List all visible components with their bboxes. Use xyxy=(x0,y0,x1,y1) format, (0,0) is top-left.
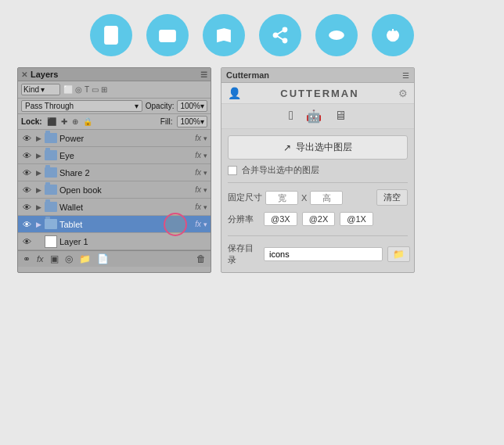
filter-type-icon[interactable]: T xyxy=(85,85,89,94)
tablet-icon-btn[interactable] xyxy=(90,14,132,56)
layer-expand-layer1[interactable]: ▶ xyxy=(34,238,42,246)
blend-mode-dropdown[interactable]: Pass Through ▾ xyxy=(21,100,142,112)
layer-expand-power[interactable]: ▶ xyxy=(34,135,42,142)
android-icon[interactable]: 🤖 xyxy=(306,109,322,124)
lock-all-icon[interactable]: 🔒 xyxy=(83,117,92,126)
layer-eye-tablet[interactable]: 👁 xyxy=(21,220,32,229)
layer-eye-wallet[interactable]: 👁 xyxy=(21,203,32,212)
layer-arrow-openbook[interactable]: ▾ xyxy=(203,186,207,194)
svg-rect-3 xyxy=(171,35,175,38)
kind-arrow: ▾ xyxy=(41,85,45,94)
create-mask-icon[interactable]: ◎ xyxy=(65,253,73,264)
layer-eye-layer1[interactable]: 👁 xyxy=(21,237,32,246)
layers-lock-row: Lock: ⬛ ✚ ⊕ 🔒 Fill: 100% ▾ xyxy=(18,114,211,130)
layer-eye-eye[interactable]: 👁 xyxy=(21,151,32,160)
cutterman-brand: CUTTERMAN xyxy=(280,88,358,99)
layer-arrow-share2[interactable]: ▾ xyxy=(203,169,207,177)
layer-folder-openbook xyxy=(45,185,57,195)
lock-pixels-icon[interactable]: ⬛ xyxy=(47,117,56,126)
layer-row-power[interactable]: 👁 ▶ Power fx ▾ xyxy=(18,130,211,147)
layer-folder-power xyxy=(45,133,57,143)
layer-eye-openbook[interactable]: 👁 xyxy=(21,185,32,195)
add-layer-style-icon[interactable]: ▣ xyxy=(50,253,59,264)
layers-list: 👁 ▶ Power fx ▾ 👁 ▶ Eye fx ▾ 👁 ▶ xyxy=(18,130,211,250)
layer-expand-wallet[interactable]: ▶ xyxy=(34,203,42,211)
eye-icon-btn[interactable] xyxy=(315,14,358,56)
cutterman-menu-icon[interactable]: ☰ xyxy=(402,71,409,80)
layers-titlebar: ✕ Layers ☰ xyxy=(18,68,211,81)
layer-row-wallet[interactable]: 👁 ▶ Wallet fx ▾ xyxy=(18,199,211,216)
link-icon[interactable]: ⚭ xyxy=(23,253,31,264)
layers-close[interactable]: ✕ xyxy=(21,70,27,79)
fill-dropdown[interactable]: 100% ▾ xyxy=(177,116,207,127)
export-button[interactable]: ↗ 导出选中图层 xyxy=(228,135,408,160)
layer-row-share2[interactable]: 👁 ▶ Share 2 fx ▾ xyxy=(18,164,211,181)
filter-smart-icon[interactable]: ⊞ xyxy=(101,85,107,94)
width-input[interactable] xyxy=(265,191,298,205)
kind-dropdown[interactable]: Kind ▾ xyxy=(21,84,60,95)
res-3x-button[interactable]: @3X xyxy=(264,212,297,226)
layer-fx-eye: fx xyxy=(195,151,201,160)
browse-folder-button[interactable]: 📁 xyxy=(387,246,410,262)
layer-arrow-eye[interactable]: ▾ xyxy=(203,152,207,160)
divider-2 xyxy=(228,235,408,236)
cutterman-gear-icon[interactable]: ⚙ xyxy=(398,88,408,99)
lock-move-icon[interactable]: ✚ xyxy=(61,117,67,126)
fixed-size-label: 固定尺寸 xyxy=(228,192,262,203)
power-icon-btn[interactable] xyxy=(372,14,414,56)
book-icon-btn[interactable] xyxy=(203,14,245,56)
cutterman-body: ↗ 导出选中图层 合并导出选中的图层 固定尺寸 X 清空 分辨率 @3X @2X… xyxy=(221,129,414,272)
res-2x-button[interactable]: @2X xyxy=(302,212,336,226)
lock-label: Lock: xyxy=(21,117,42,126)
fixed-size-row: 固定尺寸 X 清空 xyxy=(228,189,408,206)
layer-eye-power[interactable]: 👁 xyxy=(21,134,32,143)
save-dir-input[interactable] xyxy=(264,247,383,261)
delete-layer-icon[interactable]: 🗑 xyxy=(196,253,206,264)
layers-menu-icon[interactable]: ☰ xyxy=(200,70,207,79)
layer-folder-eye xyxy=(45,150,57,160)
cutterman-panel: Cutterman ☰ 👤 CUTTERMAN ⚙  🤖 🖥 ↗ 导出选中图层… xyxy=(221,67,415,273)
top-icons-row xyxy=(0,0,504,67)
layer-row-tablet[interactable]: 👁 ▶ Tablet fx ▾ xyxy=(18,216,211,233)
svg-line-9 xyxy=(278,36,283,40)
save-dir-label: 保存目录 xyxy=(228,242,259,266)
filter-adjust-icon[interactable]: ◎ xyxy=(75,85,82,94)
cutterman-titlebar: Cutterman ☰ xyxy=(221,68,414,83)
layer-expand-share2[interactable]: ▶ xyxy=(34,169,42,177)
share-icon-btn[interactable] xyxy=(259,14,301,56)
layer-arrow-wallet[interactable]: ▾ xyxy=(203,203,207,211)
layer-thumbnail-layer1 xyxy=(45,235,57,248)
fx-icon[interactable]: fx xyxy=(37,254,44,264)
lock-artboard-icon[interactable]: ⊕ xyxy=(72,117,78,126)
clear-button[interactable]: 清空 xyxy=(376,189,408,206)
layer-arrow-tablet[interactable]: ▾ xyxy=(203,221,207,228)
layer-row-eye[interactable]: 👁 ▶ Eye fx ▾ xyxy=(18,147,211,164)
layer-row-layer1[interactable]: 👁 ▶ Layer 1 xyxy=(18,233,211,250)
desktop-icon[interactable]: 🖥 xyxy=(334,109,347,124)
res-1x-button[interactable]: @1X xyxy=(340,212,373,226)
layer-expand-tablet[interactable]: ▶ xyxy=(34,221,42,228)
height-input[interactable] xyxy=(310,191,343,205)
merge-row: 合并导出选中的图层 xyxy=(228,164,408,176)
layer-arrow-power[interactable]: ▾ xyxy=(203,135,207,142)
divider-1 xyxy=(228,182,408,183)
merge-checkbox[interactable] xyxy=(228,166,237,175)
resolution-label: 分辨率 xyxy=(228,214,259,225)
layers-search-row: Kind ▾ ⬜ ◎ T ▭ ⊞ xyxy=(18,81,211,99)
fill-label: Fill: xyxy=(160,117,173,126)
layer-expand-eye[interactable]: ▶ xyxy=(34,152,42,160)
layer-eye-share2[interactable]: 👁 xyxy=(21,168,32,178)
new-group-icon[interactable]: 📁 xyxy=(79,253,91,264)
filter-image-icon[interactable]: ⬜ xyxy=(63,85,73,94)
new-layer-icon[interactable]: 📄 xyxy=(97,253,109,264)
wallet-icon-btn[interactable] xyxy=(146,14,189,56)
layer-fx-power: fx xyxy=(195,134,201,142)
cutterman-user-icon[interactable]: 👤 xyxy=(228,87,241,99)
layer-expand-openbook[interactable]: ▶ xyxy=(34,186,42,194)
cutterman-os-row:  🤖 🖥 xyxy=(221,104,414,129)
panels-row: ✕ Layers ☰ Kind ▾ ⬜ ◎ T ▭ ⊞ Pass Through xyxy=(0,67,504,273)
filter-shape-icon[interactable]: ▭ xyxy=(92,85,99,94)
opacity-dropdown[interactable]: 100% ▾ xyxy=(177,100,207,112)
apple-icon[interactable]:  xyxy=(289,109,293,124)
layer-row-openbook[interactable]: 👁 ▶ Open book fx ▾ xyxy=(18,181,211,199)
